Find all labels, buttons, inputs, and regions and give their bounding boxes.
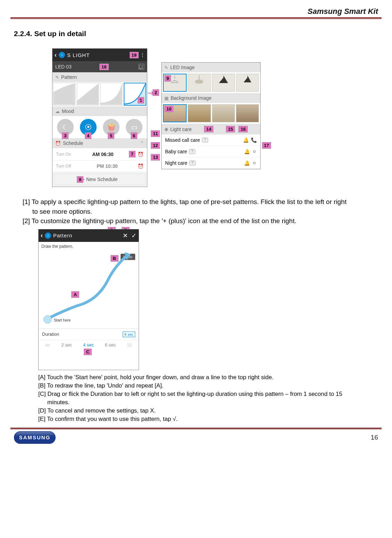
bell-icon: 🔔: [243, 137, 249, 143]
schedule-label: Schedule: [63, 140, 83, 146]
section-heading: 2.2.4. Set up in detail: [14, 30, 382, 38]
phone-icon: 📞: [251, 137, 257, 143]
callout-3: 3: [62, 132, 68, 139]
draw-area[interactable]: Draw the pattern. Undo B A Start here: [39, 242, 139, 329]
callout-13: 13: [151, 154, 160, 161]
bulb-icon: ♀: [59, 52, 65, 58]
start-label: Start here: [54, 318, 71, 322]
desc-D: [D] To cancel and remove the settings, t…: [38, 407, 378, 415]
figures-row: ‹ ♀ S LIGHT 19 ⋮ LED 03 18 ☑ ✎Pattern: [52, 48, 382, 187]
dur-opt: 2 sec: [61, 342, 72, 348]
duration-selected: 4 sec: [123, 332, 135, 337]
pattern-tiles[interactable]: 1: [52, 82, 147, 106]
callout-8: 8: [77, 176, 83, 183]
callout-18: 18: [99, 64, 108, 70]
help-icon[interactable]: ?: [189, 149, 195, 154]
mood-row: ☾3 ⦿4 🍿5 ▭6: [52, 116, 147, 138]
turn-on-label: Turn On: [56, 152, 77, 157]
dur-opt: 10: [127, 342, 132, 348]
back-icon[interactable]: ‹: [41, 232, 43, 239]
missed-call-row[interactable]: Missed call care ? 🔔 📞: [162, 134, 260, 146]
callout-15: 15: [226, 126, 235, 132]
samsung-logo: SAMSUNG: [14, 431, 56, 444]
callout-C: C: [84, 349, 92, 355]
svg-point-0: [195, 80, 203, 84]
mood-label: Mood: [62, 108, 74, 114]
header-rule: [10, 17, 382, 19]
pattern-label: Pattern: [61, 74, 77, 80]
led-image-row[interactable]: 9: [162, 72, 260, 93]
back-icon[interactable]: ‹: [55, 51, 57, 59]
bg-image-row[interactable]: 10: [162, 103, 260, 124]
baby-label: Baby care: [165, 149, 187, 154]
baby-care-row[interactable]: Baby care ? 🔔 ⭘: [162, 146, 260, 157]
missed-label: Missed call care: [165, 137, 200, 143]
duration-label: Duration: [42, 332, 59, 337]
draw-instruction: Draw the pattern.: [41, 244, 73, 249]
desc-1-line1: [1] To apply a specific lighting-up patt…: [23, 197, 378, 206]
doc-header-title: Samsung Smart Kit: [10, 7, 382, 17]
arrow-icon: [148, 91, 154, 96]
desc-B: [B] To redraw the line, tap 'Undo' and r…: [38, 382, 378, 390]
callout-5: 5: [108, 132, 114, 139]
callout-17: 17: [262, 142, 271, 149]
bg-image-icon: ▦: [164, 96, 169, 101]
dur-opt: ec: [46, 342, 50, 348]
help-icon[interactable]: ?: [202, 138, 208, 142]
alarm-off-icon[interactable]: ⏰: [138, 163, 144, 169]
desc-1-line1b: to see more options.: [23, 207, 378, 216]
led-image-icon: ✎: [164, 65, 168, 70]
callout-16: 16: [238, 126, 247, 132]
power-icon[interactable]: ⭘: [252, 160, 257, 166]
night-care-row[interactable]: Night care ? 🔔 ⭘: [162, 157, 260, 169]
chevron-up-icon[interactable]: ⌃: [140, 140, 144, 146]
power-icon[interactable]: ⭘: [252, 149, 257, 154]
callout-19: 19: [130, 52, 139, 58]
led-image-label: LED Image: [170, 65, 195, 70]
callout-7: 7: [129, 151, 136, 157]
callout-4: 4: [85, 132, 91, 139]
callout-1: 1: [138, 97, 144, 104]
checkbox-icon[interactable]: ☑: [139, 64, 144, 70]
callout-11: 11: [151, 130, 160, 137]
phone-screenshot-3: ‹ ♀ Pattern ✕ ✓ Draw the pattern. Undo B…: [38, 229, 139, 370]
help-icon[interactable]: ?: [189, 161, 196, 165]
phone-screenshot-2: ✎LED Image 9 ▦Background Image 10 ◉Light…: [161, 62, 261, 169]
light-care-icon: ◉: [164, 127, 168, 132]
dur-opt: 6 sec: [105, 342, 116, 348]
callout-14: 14: [204, 126, 213, 132]
turn-off-time: PM 10:30: [77, 163, 138, 169]
check-icon[interactable]: ✓: [131, 232, 137, 239]
page-number: 16: [371, 434, 378, 441]
phone3-title: Pattern: [53, 233, 123, 238]
bg-image-label: Background Image: [171, 95, 212, 101]
close-icon[interactable]: ✕: [123, 232, 128, 239]
description-1: [1] To apply a specific lighting-up patt…: [23, 197, 378, 226]
start-point[interactable]: [43, 315, 52, 324]
phone-screenshot-1: ‹ ♀ S LIGHT 19 ⋮ LED 03 18 ☑ ✎Pattern: [52, 48, 147, 187]
callout-10: 10: [164, 106, 173, 112]
drawn-curve: [46, 252, 132, 321]
night-label: Night care: [165, 160, 187, 166]
menu-icon[interactable]: ⋮: [140, 52, 145, 58]
mood-section-icon: ☁: [55, 109, 60, 114]
desc-1-line2: [2] To customize the lighting-up pattern…: [23, 217, 378, 226]
pattern-section-icon: ✎: [55, 75, 59, 80]
schedule-section-icon: ⏰: [55, 141, 61, 146]
light-care-label: Light care: [170, 127, 191, 132]
desc-E: [E] To confirm that you want to use this…: [38, 415, 378, 423]
new-schedule-button[interactable]: + New Schedule: [54, 173, 146, 185]
schedule-on-row[interactable]: Turn On AM 06:30 7 ⏰: [52, 148, 147, 161]
phone1-title: S LIGHT: [67, 52, 130, 58]
bell-icon: 🔔: [244, 149, 250, 154]
turn-off-label: Turn Off: [56, 164, 77, 169]
callout-6: 6: [131, 132, 137, 139]
schedule-off-row[interactable]: Turn Off PM 10:30 ⏰: [52, 161, 147, 172]
desc-C: [C] Drag or flick the Duration bar to le…: [38, 390, 378, 398]
desc-A: [A] Touch the 'Start here' point, hold y…: [38, 374, 378, 382]
callout-12: 12: [151, 142, 160, 149]
alarm-on-icon[interactable]: ⏰: [138, 152, 144, 157]
callout-A: A: [71, 291, 79, 298]
led-label: LED 03: [55, 64, 72, 70]
turn-on-time: AM 06:30: [77, 152, 129, 157]
